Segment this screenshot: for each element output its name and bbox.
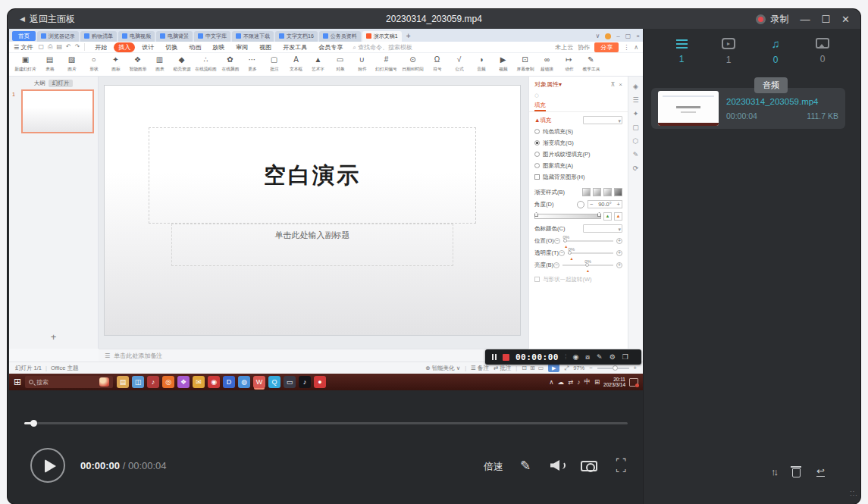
dock-icon: ▢ — [632, 124, 639, 131]
taskbar-search-box: 搜索 — [25, 376, 113, 388]
fill-option-radio: 图案填充(A) — [534, 161, 622, 170]
wps-ribbon: ▣ 新建幻灯片 ▤ 表格 ▨ 图片 ○ 形状 ✦ 图标 ❖ 智能图形 — [9, 53, 643, 77]
playback-speed-button[interactable]: 倍速 — [484, 460, 503, 474]
wps-document-tab: 电脑背景 — [156, 31, 193, 42]
wps-quick-icon: ▢ — [38, 43, 44, 51]
ribbon-tool-icon: ↦ — [566, 55, 572, 64]
wps-side-dock: ◈☰✦▢⬡✎⟳ — [628, 77, 643, 349]
resize-grip[interactable]: ∙∙∙∙∙ — [850, 490, 860, 499]
wps-ribbon-tool: ▲ 艺术字 — [307, 55, 329, 73]
tab-videos[interactable]: ▸ 1 — [715, 38, 742, 65]
popup-icon: ❐ — [622, 353, 628, 361]
back-arrow-icon: ◀ — [20, 15, 25, 23]
wps-document-tab: 购物清单 — [80, 31, 117, 42]
delete-button[interactable] — [792, 468, 801, 477]
wps-menu-item: 视图 — [255, 42, 276, 52]
seek-bar[interactable] — [24, 422, 628, 424]
ribbon-tool-icon: ✦ — [112, 55, 118, 64]
subtitle-placeholder: 单击此处输入副标题 — [171, 224, 453, 266]
wps-menu-bar: ☰ 文件 ▢⎙▤↶↷ 开始插入设计切换动画放映审阅视图开发工具会员专享 ⌕ 查找… — [9, 42, 643, 53]
tab-all-recordings[interactable]: 1 — [668, 38, 695, 65]
brush-tool-button[interactable]: ✎ — [520, 458, 531, 474]
wps-ribbon-tool: ✿ 在线脑图 — [219, 55, 241, 73]
ribbon-tool-icon: ▣ — [22, 55, 29, 64]
tab-images[interactable]: 0 — [809, 38, 836, 65]
slide-subtitle-text: 单击此处输入副标题 — [172, 230, 453, 241]
recording-filesize: 111.7 KB — [807, 111, 838, 121]
close-button[interactable]: ✕ — [841, 14, 850, 24]
webcam-icon: ◉ — [573, 353, 579, 361]
wps-ribbon-tool: √ 公式 — [448, 55, 470, 73]
volume-button[interactable] — [550, 459, 567, 471]
view-mode-icons: ⊡⊞▭ — [522, 365, 544, 371]
ribbon-tool-icon: ❖ — [134, 55, 141, 64]
wps-ribbon-tool: ▥ 图表 — [149, 55, 171, 73]
wps-document-tab: 公务员资料 — [319, 31, 361, 42]
fullscreen-button[interactable]: ⌜⌝⌞⌟ — [616, 459, 629, 472]
wps-document-tabs: 浏览器记录购物清单电脑视频电脑背景中文字库不限速下载文字文档16公务员资料演示文… — [37, 31, 402, 42]
ribbon-tool-icon: ⋯ — [249, 55, 256, 64]
doc-icon — [366, 33, 371, 39]
gradient-presets — [580, 188, 622, 196]
dock-icon: ✦ — [633, 110, 639, 117]
back-to-dashboard-button[interactable]: ◀ 返回主面板 — [20, 13, 75, 26]
stop-color-dropdown — [583, 224, 622, 233]
wps-quick-icon: ▤ — [56, 43, 62, 51]
taskbar-app-icon: ❖ — [177, 376, 190, 388]
taskbar-app-icon: ◍ — [238, 376, 250, 388]
theme-label: Office 主题 — [51, 365, 79, 372]
play-button[interactable] — [30, 448, 65, 483]
radio-icon — [534, 163, 540, 168]
wps-ribbon-tool: ◆ 稻壳资源 — [171, 55, 193, 73]
add-slide-button: + — [9, 331, 98, 343]
tray-icon: ⇄ — [568, 378, 573, 386]
wps-quick-access-icons: ▢⎙▤↶↷ — [38, 43, 85, 51]
ribbon-tool-icon: ✿ — [227, 55, 233, 64]
wps-menu-item: 设计 — [137, 42, 158, 52]
wps-minimize-icon: – — [616, 33, 619, 39]
notes-icon: ☰ — [105, 352, 110, 359]
record-button[interactable]: 录制 — [756, 13, 788, 26]
video-frame[interactable]: 首页 浏览器记录购物清单电脑视频电脑背景中文字库不限速下载文字文档16公务员资料… — [9, 29, 643, 390]
wps-ribbon-tool: # 幻灯片编号 — [373, 55, 400, 73]
open-location-button[interactable]: ↩ — [816, 467, 825, 477]
recording-list-item[interactable]: 20230314_203059.mp4 00:00:04 111.7 KB — [651, 88, 845, 129]
recording-thumbnail — [658, 91, 719, 126]
wps-document-tab: 中文字库 — [194, 31, 230, 42]
total-time: 00:00:04 — [128, 460, 167, 471]
wps-menu-item: 动画 — [184, 42, 205, 52]
tray-icon: ⊞ — [594, 378, 600, 386]
snapshot-button[interactable] — [581, 461, 597, 471]
wps-slide-canvas: 空白演示 单击此处输入副标题 — [99, 77, 528, 349]
minimize-button[interactable]: — — [800, 14, 810, 24]
maximize-button[interactable]: ☐ — [821, 14, 830, 24]
radio-icon — [534, 129, 540, 134]
ribbon-tool-icon: ∞ — [544, 55, 550, 64]
seek-handle[interactable] — [30, 420, 37, 427]
ribbon-tool-icon: Ω — [434, 55, 440, 64]
screen: ◀ 返回主面板 20230314_203059.mp4 录制 — ☐ ✕ 首页 … — [0, 0, 868, 504]
doc-icon — [84, 33, 89, 39]
wps-ribbon-tool: ∴ 在线流程图 — [193, 55, 219, 73]
pin-icon: ⊼ — [610, 80, 615, 89]
ribbon-tool-icon: ▤ — [46, 55, 53, 64]
recording-filename: 20230314_203059.mp4 — [726, 97, 838, 106]
ribbon-tool-icon: ○ — [91, 55, 96, 64]
wps-ribbon-tool: ◑ 音频 — [470, 55, 492, 73]
windows-taskbar: ⊞ 搜索 ▤◫♪◎❖✉◉D◍WQ▭♪● ∧☁⇄♪中⊞ 20:112023/3/1… — [9, 374, 643, 390]
wps-ribbon-tool: ✎ 教学工具 — [580, 55, 602, 73]
brightness-slider: 0%▲ — [562, 265, 613, 266]
doc-icon — [198, 33, 203, 39]
music-note-icon: ♫ — [771, 38, 779, 49]
ribbon-tool-icon: ◑ — [478, 55, 483, 64]
remove-stop-button: ▲ — [614, 212, 622, 221]
taskbar-app-icon: ◎ — [162, 376, 174, 388]
tab-audio[interactable]: ♫ 0 — [762, 38, 789, 65]
wps-ribbon-tool: A 文本框 — [285, 55, 307, 73]
dock-icon: ✎ — [633, 151, 639, 158]
audio-tooltip: 音频 — [754, 77, 788, 93]
sort-button[interactable]: ↑↓ — [771, 466, 776, 477]
wps-ribbon-tool: ⋯ 更多 — [241, 55, 263, 73]
ribbon-tool-icon: ⊡ — [522, 55, 528, 64]
title-bar: ◀ 返回主面板 20230314_203059.mp4 录制 — ☐ ✕ — [8, 9, 860, 29]
